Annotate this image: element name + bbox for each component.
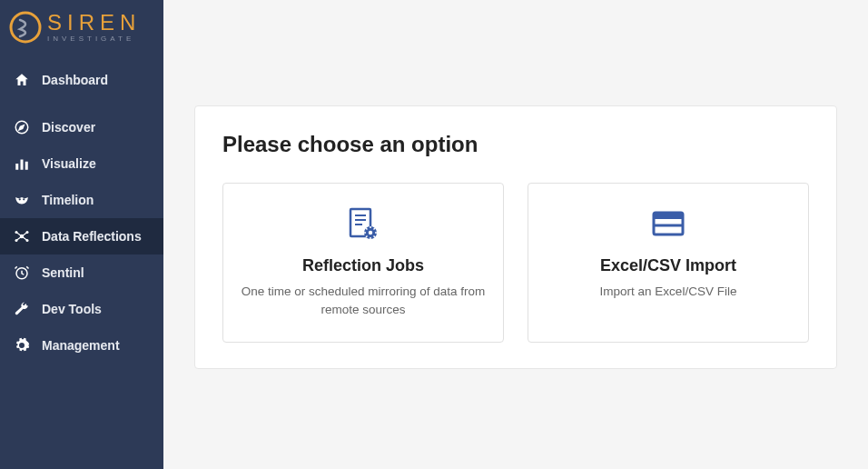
home-icon bbox=[13, 71, 31, 89]
svg-point-22 bbox=[369, 231, 372, 234]
sidebar-item-label: Discover bbox=[42, 120, 95, 135]
mask-icon bbox=[13, 191, 31, 209]
sidebar-item-label: Dashboard bbox=[42, 73, 108, 87]
option-title: Reflection Jobs bbox=[240, 256, 487, 275]
svg-line-13 bbox=[22, 233, 27, 237]
option-panel: Please choose an option bbox=[194, 105, 837, 369]
table-icon bbox=[545, 204, 792, 244]
svg-line-30 bbox=[366, 236, 368, 238]
compass-icon bbox=[13, 118, 31, 136]
sidebar-nav: Dashboard Discover Visualize Timelion Da bbox=[0, 60, 163, 364]
sidebar: SIREN INVESTIGATE Dashboard Discover Vis… bbox=[0, 0, 163, 469]
sidebar-item-label: Dev Tools bbox=[42, 302, 102, 316]
svg-rect-3 bbox=[21, 160, 24, 170]
svg-point-6 bbox=[23, 198, 25, 200]
sidebar-item-discover[interactable]: Discover bbox=[0, 109, 163, 145]
option-description: One time or scheduled mirroring of data … bbox=[240, 283, 487, 320]
svg-rect-4 bbox=[25, 162, 28, 170]
siren-logo-icon bbox=[9, 11, 42, 44]
svg-line-12 bbox=[16, 233, 22, 237]
wrench-icon bbox=[13, 300, 31, 318]
brand-name: SIREN bbox=[47, 12, 141, 34]
option-excel-csv-import[interactable]: Excel/CSV Import Import an Excel/CSV Fil… bbox=[528, 183, 809, 343]
svg-rect-2 bbox=[15, 164, 18, 170]
sidebar-item-label: Timelion bbox=[42, 193, 94, 207]
brand-logo[interactable]: SIREN INVESTIGATE bbox=[0, 0, 163, 60]
svg-line-29 bbox=[374, 228, 376, 230]
sidebar-item-sentinl[interactable]: Sentinl bbox=[0, 254, 163, 291]
svg-line-27 bbox=[366, 228, 368, 230]
network-icon bbox=[13, 227, 31, 245]
option-description: Import an Excel/CSV File bbox=[545, 283, 792, 301]
sidebar-item-data-reflections[interactable]: Data Reflections bbox=[0, 218, 163, 254]
options-row: Reflection Jobs One time or scheduled mi… bbox=[222, 183, 809, 343]
page-title: Please choose an option bbox=[222, 132, 809, 157]
svg-line-14 bbox=[16, 236, 22, 241]
option-title: Excel/CSV Import bbox=[545, 256, 792, 275]
sidebar-item-visualize[interactable]: Visualize bbox=[0, 145, 163, 182]
sidebar-item-label: Management bbox=[42, 338, 120, 353]
main-content: Please choose an option bbox=[163, 0, 868, 469]
svg-line-15 bbox=[22, 236, 27, 241]
sidebar-item-timelion[interactable]: Timelion bbox=[0, 182, 163, 218]
sidebar-item-dev-tools[interactable]: Dev Tools bbox=[0, 291, 163, 327]
brand-subtitle: INVESTIGATE bbox=[47, 35, 141, 43]
document-gear-icon bbox=[240, 204, 487, 244]
sidebar-item-label: Sentinl bbox=[42, 265, 84, 280]
svg-point-5 bbox=[19, 198, 21, 200]
svg-point-0 bbox=[11, 13, 40, 42]
sidebar-item-label: Data Reflections bbox=[42, 229, 142, 244]
bar-chart-icon bbox=[13, 155, 31, 173]
option-reflection-jobs[interactable]: Reflection Jobs One time or scheduled mi… bbox=[222, 183, 504, 343]
svg-line-28 bbox=[374, 236, 376, 238]
sidebar-item-management[interactable]: Management bbox=[0, 327, 163, 364]
alarm-icon bbox=[13, 264, 31, 282]
svg-rect-32 bbox=[654, 213, 683, 219]
gear-icon bbox=[13, 336, 31, 354]
sidebar-item-label: Visualize bbox=[42, 156, 96, 171]
sidebar-item-dashboard[interactable]: Dashboard bbox=[0, 60, 163, 100]
